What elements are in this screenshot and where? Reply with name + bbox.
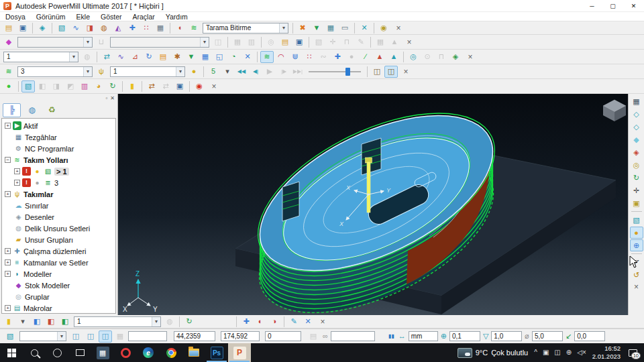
- diameter-field[interactable]: 5,0: [532, 331, 563, 341]
- menu-araçlar[interactable]: Araçlar: [127, 13, 160, 21]
- status-workplane-combo-arrow[interactable]: ▾: [57, 332, 66, 341]
- menu-dosya[interactable]: Dosya: [0, 13, 31, 21]
- shading-options-button[interactable]: ◉: [377, 22, 390, 34]
- strategy-combo[interactable]: Tarama Bitirme▾: [203, 23, 288, 34]
- tree-expander[interactable]: +: [5, 305, 11, 311]
- save-tool-database-button[interactable]: ▣: [292, 36, 306, 48]
- leads-button[interactable]: ∕: [359, 51, 372, 63]
- tree-item-3[interactable]: +!●≣3: [2, 177, 115, 188]
- toolpath-name-combo-arrow[interactable]: ▾: [69, 52, 78, 62]
- edge-app-button[interactable]: e: [137, 343, 160, 362]
- tree-item-desenler[interactable]: ◈Desenler: [2, 211, 115, 223]
- refresh-view-button[interactable]: ↻: [630, 172, 643, 184]
- simulate-toolpath-icon-button[interactable]: ≋: [2, 66, 15, 78]
- weather-widget[interactable]: 9°C Çok bulutlu: [458, 348, 529, 358]
- tolerance-field[interactable]: 0,1: [449, 331, 480, 341]
- tool-toolbar-close-button[interactable]: ×: [404, 37, 415, 48]
- taskbar-clock[interactable]: 16:52 2.01.2023: [592, 345, 621, 361]
- viewmill-start-button[interactable]: ●: [2, 80, 15, 93]
- active-toolpath-button[interactable]: ≋: [260, 51, 274, 63]
- viewmill-exit-button[interactable]: ◉: [193, 80, 206, 93]
- boundary-button[interactable]: ◖: [173, 22, 186, 34]
- toolpath-strategy-button[interactable]: ≋: [187, 22, 201, 34]
- wireframe-view-button[interactable]: ⊕: [630, 239, 643, 251]
- tree-item-takım-yolları[interactable]: −≋Takım Yolları: [2, 154, 115, 166]
- tray-network-icon[interactable]: ⊕: [566, 349, 572, 356]
- open-tool-database-button[interactable]: ▤: [278, 36, 292, 48]
- step-size-arrow-button[interactable]: ▾: [221, 66, 234, 78]
- viewmill-level-button[interactable]: ▮: [125, 80, 139, 93]
- cursor-z-field[interactable]: 0: [265, 331, 301, 341]
- tray-display-icon[interactable]: ◫: [554, 349, 560, 356]
- strategy-combo-arrow[interactable]: ▾: [279, 23, 288, 33]
- points-edit-button[interactable]: ∷: [303, 51, 316, 63]
- pan-view-button[interactable]: ✛: [630, 184, 643, 196]
- verify-button[interactable]: ◈: [449, 51, 462, 63]
- chrome-app-button[interactable]: [160, 343, 182, 362]
- explorer-tab-world[interactable]: ◍: [23, 103, 41, 117]
- batch-process-button[interactable]: ▼: [310, 22, 323, 34]
- toolpath-folder-button[interactable]: ▤: [156, 51, 170, 63]
- delete-toolpath-button[interactable]: ✖: [296, 22, 309, 34]
- viewmill-rainbow-button[interactable]: ▥: [78, 80, 91, 93]
- iso2-view-button[interactable]: ◇: [630, 121, 643, 133]
- tree-item-makrolar[interactable]: +▤Makrolar: [2, 302, 115, 314]
- zoom-box-button[interactable]: ▣: [630, 197, 643, 209]
- toolpath-name-combo[interactable]: 1▾: [3, 52, 78, 62]
- tray-chevron-up-icon[interactable]: ^: [534, 349, 537, 356]
- cursor-y-field[interactable]: 174,592: [221, 331, 260, 341]
- shade-toggle1-button[interactable]: ◐: [254, 316, 267, 328]
- block-button[interactable]: ◈: [36, 22, 49, 34]
- tree-item-sınırlar[interactable]: ☁Sınırlar: [2, 200, 115, 211]
- transform-button[interactable]: ✕: [358, 22, 371, 34]
- calculator-button[interactable]: ▦: [154, 22, 167, 34]
- iso3-view-button[interactable]: ◆: [630, 133, 643, 145]
- shade-preset1-button[interactable]: ◧: [30, 316, 44, 328]
- step-size-button[interactable]: 5: [207, 66, 220, 78]
- tree-expander[interactable]: +: [5, 123, 11, 129]
- thickness-field[interactable]: 1,0: [491, 331, 522, 341]
- tool-create-button[interactable]: ◆: [2, 36, 15, 48]
- task-view-button[interactable]: [68, 343, 91, 362]
- level-select-button[interactable]: ▮: [2, 316, 15, 328]
- lead-link-button[interactable]: ⋓: [288, 51, 302, 63]
- collision-check-button[interactable]: ▲: [373, 51, 386, 63]
- save-project-button[interactable]: ▣: [16, 22, 30, 34]
- menu-ekle[interactable]: Ekle: [71, 13, 95, 21]
- toolpath-flags-button[interactable]: ⊿: [128, 51, 142, 63]
- undo-select-button[interactable]: ↺: [630, 269, 643, 281]
- file-explorer-app-button[interactable]: [182, 343, 205, 362]
- toolpath-delete-button[interactable]: ✕: [241, 51, 254, 63]
- pattern-button[interactable]: ∷: [140, 22, 153, 34]
- cursor-x-field[interactable]: 44,2359: [174, 331, 215, 341]
- tree-item-modeller[interactable]: +◗Modeller: [2, 268, 115, 280]
- block-form-button[interactable]: ▧: [55, 22, 68, 34]
- tree-item-aktif[interactable]: +▶Aktif: [2, 120, 115, 131]
- opera-app-button[interactable]: [114, 343, 137, 362]
- machine-simulation-button[interactable]: ◫: [370, 66, 384, 78]
- viewmill-toolbar-close-button[interactable]: ×: [209, 81, 219, 92]
- tool-inspect-button[interactable]: ◎: [407, 51, 420, 63]
- view-xz-button[interactable]: ◫: [84, 330, 97, 343]
- boundary-edit-button[interactable]: ◠: [274, 51, 288, 63]
- sketch-button[interactable]: ✎: [287, 316, 301, 328]
- toolpath-ribbon-button[interactable]: ∿: [114, 51, 127, 63]
- status-workplane-combo[interactable]: ▾: [19, 331, 66, 341]
- toolpath-repair-button[interactable]: ✱: [170, 51, 184, 63]
- tree-item-çalışma-düzlemleri[interactable]: +✚Çalışma düzlemleri: [2, 245, 115, 257]
- transform-model-button[interactable]: ✕: [301, 316, 315, 328]
- tree-item-katmanlar-ve-setler[interactable]: +≡Katmanlar ve Setler: [2, 257, 115, 268]
- simulation-speed-slider[interactable]: [309, 67, 361, 76]
- select-box-button[interactable]: ◸: [630, 256, 643, 268]
- powermill-app-button[interactable]: P: [228, 343, 251, 362]
- viewmill-pie-button[interactable]: ◕: [92, 80, 105, 93]
- workplane-button[interactable]: ✚: [125, 22, 139, 34]
- highlight-point-button[interactable]: ●: [187, 66, 201, 78]
- view-xy-button[interactable]: ◫: [99, 330, 112, 343]
- toolpath-batch-button[interactable]: ▼: [184, 51, 198, 63]
- simulate-tool-combo-arrow[interactable]: ▾: [176, 67, 184, 76]
- maximize-button[interactable]: ▢: [602, 0, 623, 11]
- grid-size-field[interactable]: [128, 331, 167, 341]
- viewmill-rotate-button[interactable]: ↻: [106, 80, 119, 93]
- shade-preset2-button[interactable]: ◧: [44, 316, 58, 328]
